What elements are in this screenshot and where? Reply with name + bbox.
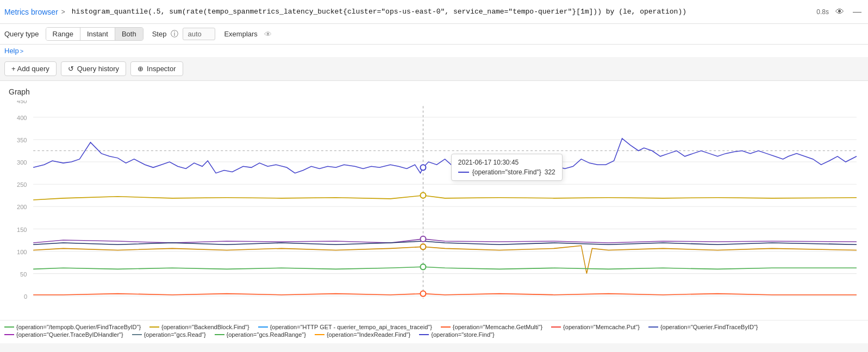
svg-text:10:45: 10:45 bbox=[603, 300, 618, 301]
legend-label-6: {operation="Querier.FindTraceByID"} bbox=[660, 324, 758, 330]
step-input[interactable] bbox=[183, 28, 215, 40]
svg-text:300: 300 bbox=[17, 159, 27, 166]
svg-text:200: 200 bbox=[17, 204, 27, 210]
legend-label-8: {operation="gcs.Read"} bbox=[144, 331, 206, 338]
inspector-icon: ⊕ bbox=[138, 65, 143, 73]
svg-text:10:50: 10:50 bbox=[671, 300, 686, 301]
svg-point-34 bbox=[420, 236, 426, 242]
legend-color-2 bbox=[149, 326, 159, 328]
query-time: 0.8s bbox=[816, 8, 829, 16]
legend-color-4 bbox=[441, 326, 451, 328]
query-history-label: Query history bbox=[77, 65, 119, 73]
query-input[interactable] bbox=[70, 5, 813, 18]
metrics-browser-link[interactable]: Metrics browser bbox=[4, 8, 65, 16]
legend-label-10: {operation="IndexReader.Find"} bbox=[327, 331, 410, 338]
legend-color-7 bbox=[4, 334, 14, 335]
legend-color-1 bbox=[4, 326, 14, 328]
svg-text:50: 50 bbox=[20, 271, 27, 278]
svg-text:10:30: 10:30 bbox=[398, 300, 414, 301]
legend-label-11: {operation="store.Find"} bbox=[431, 331, 494, 338]
query-history-button[interactable]: ↺ Query history bbox=[61, 61, 126, 76]
legend-color-10 bbox=[315, 334, 324, 335]
query-type-label: Query type bbox=[4, 30, 39, 38]
svg-point-37 bbox=[420, 291, 426, 296]
help-link[interactable]: Help bbox=[4, 47, 23, 55]
legend-label-2: {operation="BackendBlock.Find"} bbox=[161, 324, 249, 330]
range-button[interactable]: Range bbox=[46, 28, 80, 40]
legend-item-5: {operation="Memcache.Put"} bbox=[551, 324, 640, 330]
legend-item-7: {operation="Querier.TraceByIDHandler"} bbox=[4, 331, 123, 338]
svg-point-33 bbox=[420, 193, 426, 198]
svg-text:0: 0 bbox=[24, 293, 27, 300]
inspector-button[interactable]: ⊕ Inspector bbox=[130, 61, 183, 76]
inspector-label: Inspector bbox=[147, 65, 176, 73]
legend-row-1: {operation="/tempopb.Querier/FindTraceBy… bbox=[4, 324, 864, 330]
svg-text:10:40: 10:40 bbox=[535, 300, 550, 301]
query-type-bar: Query type Range Instant Both Step ⓘ Exe… bbox=[0, 24, 868, 45]
both-button[interactable]: Both bbox=[115, 28, 143, 40]
svg-point-32 bbox=[420, 165, 426, 170]
query-type-group: Range Instant Both bbox=[46, 27, 143, 41]
legend-item-8: {operation="gcs.Read"} bbox=[132, 331, 206, 338]
legend-label-9: {operation="gcs.ReadRange"} bbox=[227, 331, 306, 338]
svg-text:10:25: 10:25 bbox=[330, 300, 346, 301]
history-icon: ↺ bbox=[68, 65, 74, 73]
legend-item-1: {operation="/tempopb.Querier/FindTraceBy… bbox=[4, 324, 141, 330]
svg-text:250: 250 bbox=[17, 181, 27, 188]
add-query-button[interactable]: + Add query bbox=[4, 61, 57, 76]
legend-item-10: {operation="IndexReader.Find"} bbox=[315, 331, 410, 338]
svg-text:100: 100 bbox=[17, 249, 27, 255]
legend-color-11 bbox=[419, 334, 429, 335]
step-label: Step bbox=[152, 30, 167, 38]
step-info-icon[interactable]: ⓘ bbox=[171, 29, 178, 39]
svg-text:10:10: 10:10 bbox=[126, 300, 141, 301]
svg-text:350: 350 bbox=[17, 137, 27, 143]
chart-svg: .grid-line { stroke: #e8e8e8; stroke-wid… bbox=[9, 100, 859, 301]
svg-text:10:15: 10:15 bbox=[194, 300, 209, 301]
legend-label-4: {operation="Memcache.GetMulti"} bbox=[453, 324, 542, 330]
graph-area: .grid-line { stroke: #e8e8e8; stroke-wid… bbox=[9, 100, 859, 301]
legend-label-7: {operation="Querier.TraceByIDHandler"} bbox=[16, 331, 123, 338]
legend-color-8 bbox=[132, 334, 142, 335]
legend-item-6: {operation="Querier.FindTraceByID"} bbox=[648, 324, 758, 330]
legend-label-5: {operation="Memcache.Put"} bbox=[563, 324, 640, 330]
legend-color-5 bbox=[551, 326, 561, 328]
legend-item-3: {operation="HTTP GET - querier_tempo_api… bbox=[258, 324, 432, 330]
svg-text:10:35: 10:35 bbox=[467, 300, 482, 301]
svg-text:10:55: 10:55 bbox=[739, 300, 754, 301]
svg-text:10:20: 10:20 bbox=[262, 300, 277, 301]
exemplars-eye-icon[interactable]: 👁 bbox=[264, 30, 272, 39]
legend-color-3 bbox=[258, 326, 268, 328]
svg-point-36 bbox=[420, 264, 426, 269]
exemplars-label: Exemplars bbox=[224, 30, 257, 38]
legend-color-6 bbox=[648, 326, 658, 328]
svg-text:10:05: 10:05 bbox=[58, 300, 73, 301]
toggle-visibility-button[interactable]: 👁 bbox=[833, 6, 846, 18]
action-bar: + Add query ↺ Query history ⊕ Inspector bbox=[0, 57, 868, 81]
legend-item-4: {operation="Memcache.GetMulti"} bbox=[441, 324, 542, 330]
top-bar: Metrics browser 0.8s 👁 — bbox=[0, 0, 868, 24]
help-bar: Help bbox=[0, 45, 868, 57]
legend-item-9: {operation="gcs.ReadRange"} bbox=[215, 331, 306, 338]
legend-item-11: {operation="store.Find"} bbox=[419, 331, 494, 338]
graph-title: Graph bbox=[9, 87, 859, 96]
instant-button[interactable]: Instant bbox=[80, 28, 115, 40]
legend-label-3: {operation="HTTP GET - querier_tempo_api… bbox=[270, 324, 432, 330]
legend-label-1: {operation="/tempopb.Querier/FindTraceBy… bbox=[16, 324, 141, 330]
collapse-button[interactable]: — bbox=[851, 6, 864, 18]
legend-row-2: {operation="Querier.TraceByIDHandler"} {… bbox=[4, 331, 864, 338]
legend-item-2: {operation="BackendBlock.Find"} bbox=[149, 324, 249, 330]
svg-text:400: 400 bbox=[17, 115, 27, 121]
svg-text:450: 450 bbox=[17, 100, 27, 104]
svg-text:150: 150 bbox=[17, 226, 27, 232]
legend-color-9 bbox=[215, 334, 224, 335]
svg-point-35 bbox=[420, 244, 426, 249]
graph-container: Graph .grid-line { stroke: #e8e8e8; stro… bbox=[0, 81, 868, 320]
legend-area: {operation="/tempopb.Querier/FindTraceBy… bbox=[0, 320, 868, 343]
